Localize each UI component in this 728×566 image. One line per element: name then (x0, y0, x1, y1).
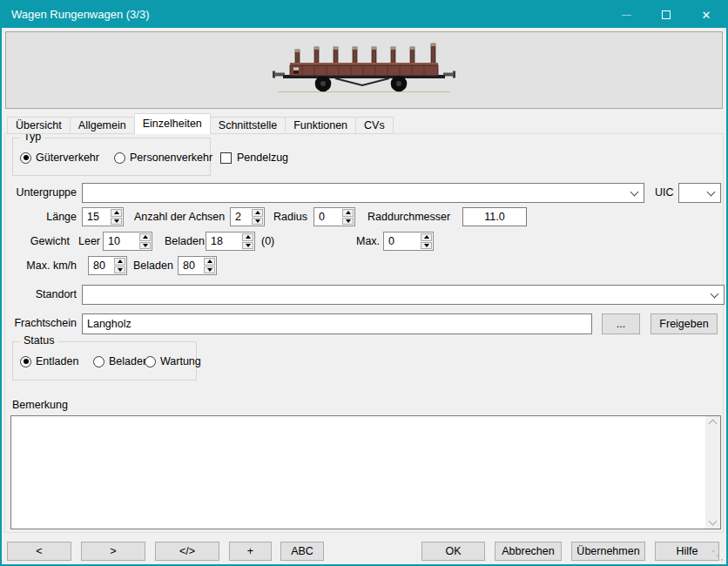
tab-uebersicht[interactable]: Übersicht (7, 117, 71, 134)
spin-down-button[interactable] (252, 218, 263, 226)
status-groupbox: Status Entladen Beladen Wartung (12, 341, 197, 381)
stake-wagon-illustration (273, 39, 455, 98)
spin-up-icon (246, 235, 251, 239)
laenge-input[interactable] (83, 208, 110, 226)
radio-icon (93, 356, 104, 367)
spin-up-button[interactable] (242, 233, 253, 241)
spin-buttons (341, 208, 354, 226)
spin-up-button[interactable] (204, 258, 215, 266)
untergruppe-label: Untergruppe (7, 183, 77, 202)
spin-down-button[interactable] (111, 218, 122, 226)
achsen-label: Anzahl der Achsen (134, 207, 225, 226)
next-button[interactable]: > (81, 542, 145, 561)
laenge-spinner[interactable] (82, 207, 124, 226)
radius-input[interactable] (314, 208, 341, 226)
code-button[interactable]: </> (155, 542, 219, 561)
maxkmh-beladen-input[interactable] (179, 257, 203, 274)
spin-up-icon (255, 211, 260, 214)
spin-buttons (113, 257, 126, 274)
standort-combobox[interactable] (82, 285, 725, 305)
status-group-label: Status (20, 334, 57, 347)
prev-button[interactable]: < (7, 542, 71, 561)
spin-up-button[interactable] (421, 233, 432, 241)
ok-button[interactable]: OK (421, 542, 485, 561)
radio-label: Beladen (109, 355, 149, 367)
wagon-properties-dialog: Wagen Rungenwagen (3/3) ✕ (0, 0, 728, 566)
gewicht-beladen-input[interactable] (206, 232, 241, 250)
maxkmh-beladen-spinner[interactable] (178, 256, 217, 275)
tab-funktionen[interactable]: Funktionen (285, 117, 356, 134)
maxkmh-input[interactable] (89, 257, 113, 274)
wagon-image (273, 39, 455, 102)
chevron-down-icon (707, 188, 716, 197)
gewicht-beladen-label: Beladen (165, 232, 205, 251)
radio-beladen[interactable]: Beladen (93, 355, 149, 367)
gewicht-leer-input[interactable] (104, 232, 138, 250)
standort-label: Standort (7, 285, 77, 304)
spin-up-button[interactable] (252, 209, 263, 217)
freigeben-button[interactable]: Freigeben (650, 313, 718, 334)
radio-label: Güterverkehr (36, 152, 99, 164)
spin-buttons (251, 208, 264, 226)
uic-combobox[interactable] (678, 183, 721, 203)
spin-up-icon (143, 235, 148, 239)
spin-up-button[interactable] (114, 258, 125, 266)
radius-spinner[interactable] (313, 207, 355, 226)
chevron-down-icon (711, 290, 719, 299)
spin-down-icon (346, 219, 351, 223)
spin-up-button[interactable] (139, 233, 151, 241)
abc-button[interactable]: ABC (280, 542, 324, 561)
spin-down-button[interactable] (242, 242, 253, 250)
spin-down-button[interactable] (421, 242, 432, 250)
spin-down-icon (143, 244, 148, 247)
maxkmh-spinner[interactable] (88, 256, 127, 275)
spin-buttons (420, 232, 433, 250)
tab-allgemein[interactable]: Allgemein (70, 117, 135, 134)
help-button[interactable]: Hilfe (655, 542, 719, 561)
radio-gueterverkehr[interactable]: Güterverkehr (20, 152, 99, 164)
spin-buttons (138, 232, 152, 250)
spin-down-button[interactable] (204, 266, 215, 274)
apply-button[interactable]: Übernehmen (571, 542, 645, 561)
maximize-button[interactable] (646, 2, 686, 28)
radio-wartung[interactable]: Wartung (145, 355, 201, 367)
spin-up-icon (118, 259, 123, 263)
maxkmh-label: Max. km/h (7, 256, 77, 275)
spin-up-icon (346, 211, 351, 214)
spin-down-button[interactable] (342, 218, 354, 226)
bemerkung-textarea[interactable] (11, 416, 705, 529)
minimize-icon (622, 15, 631, 16)
radio-entladen[interactable]: Entladen (20, 355, 78, 367)
frachtschein-browse-button[interactable]: ... (602, 313, 640, 334)
raddurchmesser-input[interactable] (462, 207, 527, 226)
spin-up-icon (114, 211, 119, 214)
close-button[interactable]: ✕ (686, 2, 726, 28)
achsen-spinner[interactable] (230, 207, 265, 226)
add-button[interactable]: + (229, 542, 272, 561)
untergruppe-combobox[interactable] (82, 183, 644, 203)
achsen-input[interactable] (231, 208, 251, 226)
spin-up-icon (424, 235, 429, 239)
gewicht-max-input[interactable] (384, 232, 420, 250)
maximize-icon (662, 10, 671, 19)
spin-down-icon (246, 244, 251, 247)
radio-personenverkehr[interactable]: Personenverkehr (114, 152, 212, 164)
spin-up-button[interactable] (111, 209, 122, 217)
vertical-scrollbar[interactable] (705, 416, 720, 529)
spin-up-button[interactable] (342, 209, 354, 217)
title-bar[interactable]: Wagen Rungenwagen (3/3) ✕ (2, 2, 726, 28)
tab-cvs[interactable]: CVs (355, 117, 394, 134)
minimize-button[interactable] (606, 2, 646, 28)
frachtschein-input[interactable] (82, 313, 592, 334)
resize-grip-icon[interactable] (712, 550, 714, 552)
spin-down-button[interactable] (114, 266, 125, 274)
gewicht-max-spinner[interactable] (383, 232, 434, 251)
tab-schnittstelle[interactable]: Schnittstelle (210, 117, 286, 134)
gewicht-beladen-spinner[interactable] (206, 232, 255, 251)
gewicht-leer-spinner[interactable] (103, 232, 152, 251)
cancel-button[interactable]: Abbrechen (495, 542, 562, 561)
tab-einzelheiten[interactable]: Einzelheiten (134, 113, 211, 134)
gewicht-max-label: Max. (356, 232, 380, 251)
spin-down-button[interactable] (139, 242, 151, 250)
radio-icon (20, 356, 31, 367)
